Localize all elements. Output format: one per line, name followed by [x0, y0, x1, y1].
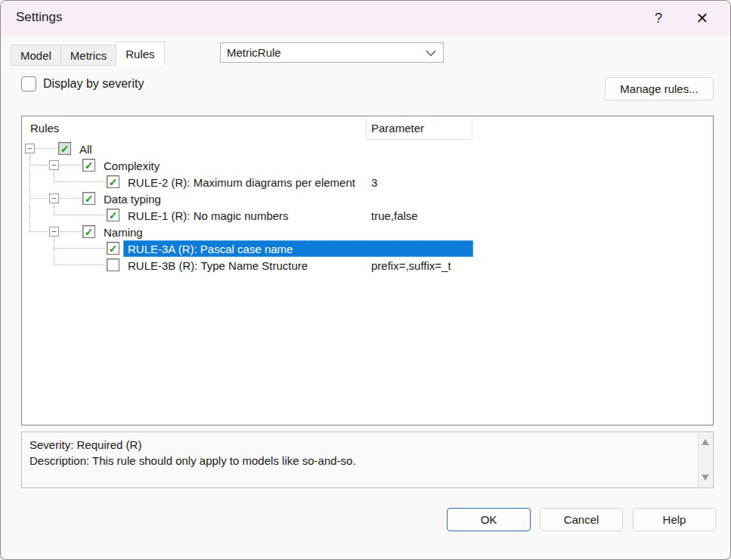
rules-table-header: Rules Parameter [22, 116, 713, 139]
rule-details-panel: Severity: Required (R) Description: This… [21, 432, 714, 488]
tab-model[interactable]: Model [11, 45, 61, 66]
checkbox-rule-2[interactable]: ✓ [107, 175, 119, 188]
collapse-icon[interactable]: − [49, 227, 59, 237]
tree-row-complexity[interactable]: − ✓ Complexity [22, 157, 713, 174]
tree-row-label[interactable]: RULE-2 (R): Maximum diagrams per element [128, 176, 355, 189]
rules-tree: − ✓ All − ✓ Complexity ✓ RULE-2 (R): [22, 141, 713, 274]
tree-row-data-typing[interactable]: − ✓ Data typing [22, 190, 713, 207]
tree-row-label[interactable]: RULE-3A (R): Pascal case name [128, 243, 293, 255]
rules-panel: Rules Parameter − ✓ All − ✓ [21, 116, 714, 425]
column-divider [472, 118, 472, 139]
column-divider [366, 118, 367, 139]
tree-row-label[interactable]: All [79, 143, 92, 156]
tree-row-parameter: true,false [371, 209, 418, 222]
collapse-icon[interactable]: − [49, 193, 59, 203]
help-button[interactable]: Help [633, 508, 716, 531]
checkbox-rule-1[interactable]: ✓ [107, 209, 119, 221]
rule-type-dropdown[interactable]: MetricRule [220, 42, 444, 63]
tab-rules[interactable]: Rules [116, 42, 164, 66]
display-by-severity: Display by severity [21, 76, 144, 91]
tab-metrics[interactable]: Metrics [61, 45, 116, 66]
manage-rules-button[interactable]: Manage rules... [605, 77, 714, 101]
display-by-severity-checkbox[interactable] [21, 76, 36, 91]
settings-dialog: Settings ? ✕ Model Metrics Rules MetricR… [0, 0, 731, 560]
tree-row-rule-3b[interactable]: ✓ RULE-3B (R): Type Name Structure prefi… [22, 257, 713, 274]
cancel-button[interactable]: Cancel [540, 508, 623, 531]
collapse-icon[interactable]: − [25, 144, 35, 153]
tree-row-label[interactable]: RULE-3B (R): Type Name Structure [128, 259, 308, 272]
scroll-up-icon[interactable] [702, 439, 709, 445]
checkbox-data-typing[interactable]: ✓ [82, 192, 95, 205]
scroll-down-icon[interactable] [702, 475, 709, 481]
rule-type-dropdown-value: MetricRule [227, 46, 281, 59]
title-bar: Settings ? ✕ [1, 1, 730, 36]
rule-details-text: Severity: Required (R) Description: This… [29, 437, 356, 469]
tree-row-rule-2[interactable]: ✓ RULE-2 (R): Maximum diagrams per eleme… [22, 174, 713, 190]
checkbox-rule-3b[interactable]: ✓ [107, 258, 119, 271]
display-by-severity-label: Display by severity [43, 77, 144, 91]
tree-row-parameter: prefix=,suffix=_t [371, 259, 451, 272]
checkbox-complexity[interactable]: ✓ [82, 159, 95, 172]
header-underline [366, 139, 472, 140]
tree-row-label[interactable]: RULE-1 (R): No magic numbers [128, 209, 289, 222]
checkmark-icon: ✓ [85, 226, 94, 238]
checkbox-rule-3a[interactable]: ✓ [107, 242, 119, 255]
tree-row-label[interactable]: Naming [104, 226, 143, 239]
checkbox-all[interactable]: ✓ [58, 142, 71, 155]
window-title: Settings [16, 10, 62, 25]
details-scrollbar[interactable] [698, 433, 712, 487]
help-icon[interactable]: ? [641, 1, 676, 36]
checkmark-icon: ✓ [85, 193, 94, 205]
tree-row-parameter: 3 [371, 176, 377, 189]
checkmark-icon: ✓ [109, 176, 118, 188]
collapse-icon[interactable]: − [49, 160, 59, 170]
rule-severity-text: Severity: Required (R) [29, 437, 356, 453]
column-header-rules: Rules [30, 122, 59, 135]
checkmark-icon: ✓ [109, 243, 118, 255]
ok-button[interactable]: OK [447, 508, 531, 531]
checkmark-icon: ✓ [85, 159, 94, 172]
checkbox-naming[interactable]: ✓ [82, 225, 95, 238]
checkmark-icon: ✓ [60, 143, 70, 155]
chevron-down-icon [426, 50, 436, 57]
tree-row-naming[interactable]: − ✓ Naming [22, 224, 713, 240]
tree-row-rule-3a[interactable]: ✓ RULE-3A (R): Pascal case name [22, 240, 713, 257]
tab-strip: Model Metrics Rules [11, 42, 165, 66]
checkmark-icon: ✓ [109, 209, 118, 221]
rule-description-text: Description: This rule should only apply… [29, 453, 356, 469]
tree-row-all[interactable]: − ✓ All [22, 141, 713, 157]
column-header-parameter: Parameter [371, 122, 424, 135]
tree-row-rule-1[interactable]: ✓ RULE-1 (R): No magic numbers true,fals… [22, 207, 713, 224]
tree-row-label[interactable]: Complexity [104, 159, 160, 172]
close-icon[interactable]: ✕ [685, 1, 720, 36]
tree-row-label[interactable]: Data typing [104, 193, 161, 206]
